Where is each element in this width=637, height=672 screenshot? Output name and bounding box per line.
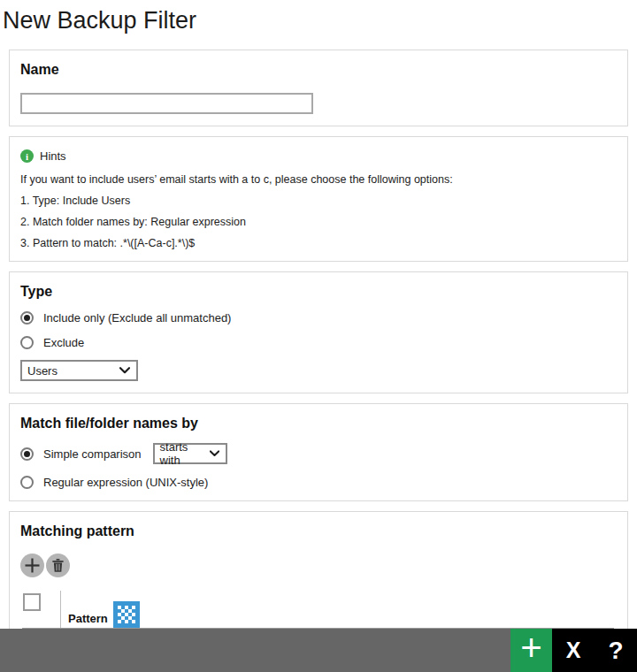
type-scope-select-value: Users [27, 364, 58, 378]
checker-pattern-icon [113, 601, 140, 628]
hints-intro: If you want to include users’ email star… [20, 173, 617, 186]
radio-simple-comparison-label[interactable]: Simple comparison [43, 447, 142, 461]
chevron-down-icon [210, 450, 219, 457]
form-content: Name i Hints If you want to include user… [9, 50, 628, 647]
type-option-include-only: Include only (Exclude all unmatched) [20, 311, 617, 325]
hint-step-3: 3. Pattern to match: .*\([A-Ca-c].*\)$ [20, 237, 617, 249]
match-panel: Match file/folder names by Simple compar… [9, 403, 628, 501]
comparison-select-value: starts with [160, 440, 204, 467]
radio-regular-expression[interactable] [20, 476, 34, 489]
pattern-table-header-row: Pattern [20, 591, 617, 628]
select-all-checkbox[interactable] [23, 593, 41, 611]
hint-step-1: 1. Type: Include Users [20, 195, 617, 207]
hints-title: Hints [40, 149, 66, 163]
radio-exclude-label[interactable]: Exclude [43, 336, 84, 349]
add-pattern-button[interactable] [20, 554, 44, 577]
radio-regular-expression-label[interactable]: Regular expression (UNIX-style) [43, 476, 208, 489]
name-heading: Name [20, 62, 617, 78]
add-filter-button[interactable]: + [510, 629, 552, 672]
help-button[interactable]: ? [595, 629, 637, 672]
delete-pattern-button[interactable] [46, 554, 70, 577]
radio-simple-comparison[interactable] [20, 447, 34, 461]
close-button[interactable]: X [552, 629, 595, 672]
column-divider [60, 591, 61, 628]
hints-header: i Hints [20, 149, 617, 163]
type-heading: Type [20, 284, 617, 300]
radio-include-only-label[interactable]: Include only (Exclude all unmatched) [43, 311, 231, 325]
chevron-down-icon [119, 367, 130, 374]
pattern-column-label: Pattern [68, 612, 108, 628]
pattern-toolbar [20, 554, 617, 577]
plus-icon [25, 558, 40, 573]
action-bar: + X ? [0, 629, 637, 672]
match-heading: Match file/folder names by [20, 416, 617, 431]
hints-panel: i Hints If you want to include users’ em… [9, 136, 628, 262]
page-title: New Backup Filter [0, 0, 637, 50]
type-option-exclude: Exclude [20, 336, 617, 349]
pattern-column-header[interactable]: Pattern [68, 601, 140, 628]
comparison-select[interactable]: starts with [153, 443, 227, 464]
match-option-regex: Regular expression (UNIX-style) [20, 476, 617, 489]
match-option-simple: Simple comparison starts with [20, 443, 617, 464]
radio-include-only[interactable] [20, 311, 34, 325]
name-panel: Name [9, 50, 628, 126]
info-icon: i [20, 149, 34, 163]
name-input[interactable] [20, 93, 313, 114]
type-panel: Type Include only (Exclude all unmatched… [9, 271, 628, 393]
radio-exclude[interactable] [20, 336, 34, 349]
type-scope-select[interactable]: Users [20, 360, 138, 381]
pattern-heading: Matching pattern [20, 523, 617, 539]
trash-icon [52, 559, 64, 572]
hint-step-2: 2. Match folder names by: Regular expres… [20, 216, 617, 228]
